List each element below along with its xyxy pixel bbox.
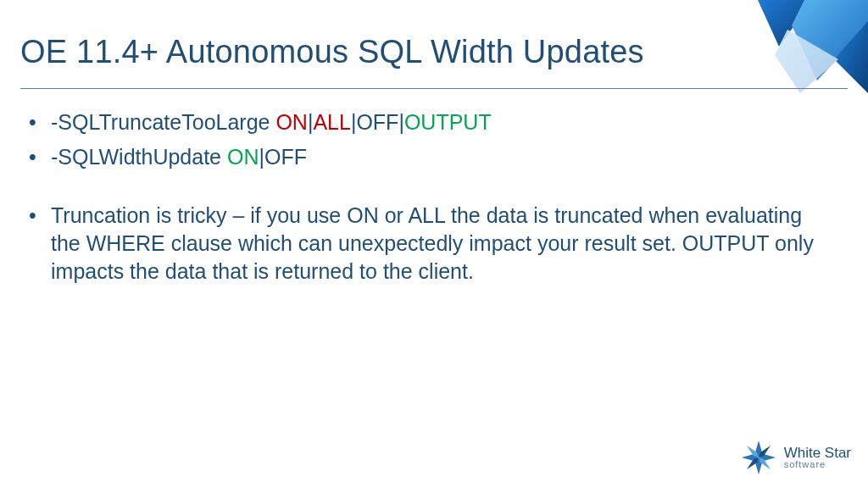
brand-line2: software — [784, 460, 851, 469]
star-icon — [740, 439, 777, 476]
brand-line1: White Star — [784, 446, 851, 460]
spacer — [20, 178, 834, 202]
bullet-note: Truncation is tricky – if you use ON or … — [20, 202, 834, 286]
svg-marker-5 — [775, 30, 838, 93]
opt-output: OUTPUT — [404, 110, 492, 134]
svg-marker-1 — [792, 0, 868, 80]
bullet-sqlwidthupdate: -SQLWidthUpdate ON|OFF — [20, 143, 834, 171]
corner-decoration — [698, 0, 868, 102]
brand-text: White Star software — [784, 446, 851, 469]
title-divider — [20, 88, 848, 89]
bullet-sqltruncate: -SQLTruncateTooLarge ON|ALL|OFF|OUTPUT — [20, 108, 834, 136]
opt-all: ALL — [313, 110, 350, 134]
opt-on: ON — [275, 110, 308, 134]
note-text: Truncation is tricky – if you use ON or … — [51, 203, 814, 283]
opt-on: ON — [227, 145, 259, 169]
opt-off: OFF — [264, 145, 307, 169]
flag-text: -SQLWidthUpdate — [51, 145, 227, 169]
slide-body: -SQLTruncateTooLarge ON|ALL|OFF|OUTPUT -… — [20, 108, 834, 292]
brand-logo: White Star software — [740, 439, 851, 476]
opt-off: OFF — [356, 110, 398, 134]
flag-text: -SQLTruncateTooLarge — [51, 110, 275, 134]
slide-title: OE 11.4+ Autonomous SQL Width Updates — [20, 34, 644, 70]
svg-marker-4 — [775, 30, 838, 93]
svg-marker-2 — [834, 21, 868, 93]
svg-marker-0 — [758, 0, 813, 47]
